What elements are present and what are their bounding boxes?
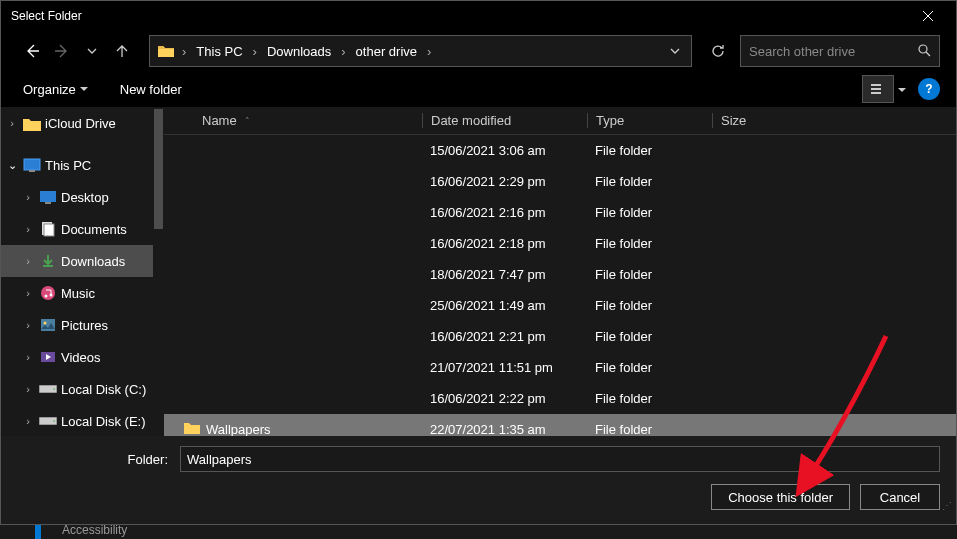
choose-folder-button[interactable]: Choose this folder [711,484,850,510]
chevron-right-icon[interactable]: › [5,117,19,129]
downloads-icon [39,252,57,270]
search-box[interactable] [740,35,940,67]
chevron-right-icon[interactable]: › [21,255,35,267]
file-date: 16/06/2021 2:16 pm [422,205,587,220]
close-button[interactable] [908,1,948,31]
svg-rect-7 [45,202,51,204]
svg-point-12 [50,294,53,297]
breadcrumb-item[interactable]: Downloads [261,36,337,66]
tree-item-label: Pictures [61,318,108,333]
file-date: 16/06/2021 2:29 pm [422,174,587,189]
tree-item-documents[interactable]: ›Documents [1,213,153,245]
tree-item-local-disk-e-[interactable]: ›Local Disk (E:) [1,405,153,436]
resize-grip-icon[interactable]: ⋰ [942,504,952,508]
svg-point-0 [919,45,927,53]
background-app-text: Accessibility [62,523,127,537]
file-row[interactable]: 15/06/2021 3:06 amFile folder [164,135,956,166]
chevron-right-icon[interactable]: › [337,44,349,59]
folder-label: Folder: [17,452,172,467]
svg-point-14 [44,322,47,325]
toolbar: Organize New folder ? [1,71,956,107]
pc-icon [23,156,41,174]
column-header-size[interactable]: Size [712,113,956,128]
tree-item-desktop[interactable]: ›Desktop [1,181,153,213]
search-icon[interactable] [917,43,931,60]
organize-button[interactable]: Organize [17,78,94,101]
file-row[interactable]: 18/06/2021 7:47 pmFile folder [164,259,956,290]
tree-item-icloud-drive[interactable]: ›iCloud Drive [1,107,153,139]
tree-item-label: This PC [45,158,91,173]
column-header-name[interactable]: Name˄ [164,113,422,128]
chevron-down-icon[interactable]: ⌄ [5,159,19,172]
disk-icon [39,412,57,430]
chevron-right-icon[interactable]: › [21,383,35,395]
titlebar: Select Folder [1,1,956,31]
svg-point-10 [41,286,55,300]
cancel-button[interactable]: Cancel [860,484,940,510]
chevron-right-icon[interactable]: › [249,44,261,59]
file-type: File folder [587,422,712,436]
chevron-right-icon[interactable]: › [21,223,35,235]
up-button[interactable] [107,36,137,66]
file-date: 16/06/2021 2:18 pm [422,236,587,251]
folder-cloud-icon [23,114,41,132]
file-row[interactable]: 16/06/2021 2:16 pmFile folder [164,197,956,228]
address-bar[interactable]: › This PC › Downloads › other drive › [149,35,692,67]
file-row[interactable]: 16/06/2021 2:18 pmFile folder [164,228,956,259]
file-date: 16/06/2021 2:22 pm [422,391,587,406]
folder-name-input[interactable] [180,446,940,472]
chevron-right-icon[interactable]: › [21,287,35,299]
svg-point-18 [53,388,55,390]
tree-item-music[interactable]: ›Music [1,277,153,309]
breadcrumb-item[interactable]: other drive [350,36,423,66]
videos-icon [39,348,57,366]
view-options-button[interactable] [862,75,894,103]
chevron-right-icon[interactable]: › [178,44,190,59]
refresh-button[interactable] [700,35,736,67]
tree-item-label: Desktop [61,190,109,205]
search-input[interactable] [749,44,917,59]
svg-rect-2 [871,88,881,90]
file-type: File folder [587,174,712,189]
file-row[interactable]: 16/06/2021 2:29 pmFile folder [164,166,956,197]
file-date: 25/06/2021 1:49 am [422,298,587,313]
view-dropdown-button[interactable] [898,82,906,97]
tree-item-label: Local Disk (E:) [61,414,146,429]
file-row[interactable]: 21/07/2021 11:51 pmFile folder [164,352,956,383]
chevron-right-icon[interactable]: › [21,415,35,427]
address-dropdown-button[interactable] [663,45,687,57]
file-row[interactable]: 16/06/2021 2:22 pmFile folder [164,383,956,414]
navigation-row: › This PC › Downloads › other drive › [1,31,956,71]
chevron-right-icon[interactable]: › [21,351,35,363]
column-header-type[interactable]: Type [587,113,712,128]
file-row[interactable]: 16/06/2021 2:21 pmFile folder [164,321,956,352]
breadcrumb-item[interactable]: This PC [190,36,248,66]
recent-locations-button[interactable] [77,36,107,66]
scrollbar-thumb[interactable] [154,109,163,229]
column-header-date[interactable]: Date modified [422,113,587,128]
chevron-right-icon[interactable]: › [21,191,35,203]
column-headers: Name˄ Date modified Type Size [164,107,956,135]
file-type: File folder [587,205,712,220]
file-type: File folder [587,298,712,313]
svg-point-11 [45,295,48,298]
new-folder-button[interactable]: New folder [114,78,188,101]
svg-rect-9 [44,224,54,236]
forward-button[interactable] [47,36,77,66]
back-button[interactable] [17,36,47,66]
help-button[interactable]: ? [918,78,940,100]
file-row[interactable]: 25/06/2021 1:49 amFile folder [164,290,956,321]
file-row[interactable]: Wallpapers22/07/2021 1:35 amFile folder [164,414,956,436]
tree-item-pictures[interactable]: ›Pictures [1,309,153,341]
tree-item-this-pc[interactable]: ⌄This PC [1,149,153,181]
tree-item-local-disk-c-[interactable]: ›Local Disk (C:) [1,373,153,405]
sidebar-scrollbar[interactable] [153,107,164,436]
tree-item-label: Documents [61,222,127,237]
tree-item-videos[interactable]: ›Videos [1,341,153,373]
chevron-right-icon[interactable]: › [423,44,435,59]
file-type: File folder [587,329,712,344]
tree-item-label: Videos [61,350,101,365]
tree-item-downloads[interactable]: ›Downloads [1,245,153,277]
file-date: 15/06/2021 3:06 am [422,143,587,158]
chevron-right-icon[interactable]: › [21,319,35,331]
